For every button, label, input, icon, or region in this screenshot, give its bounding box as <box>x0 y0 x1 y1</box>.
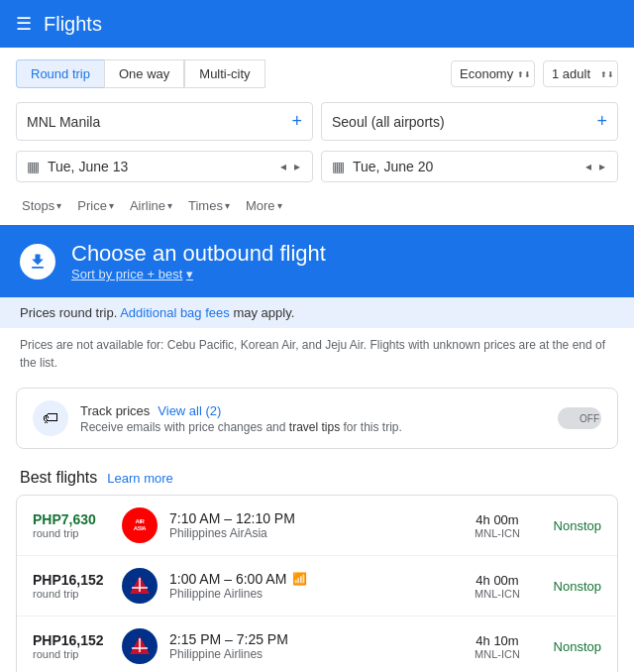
one-way-tab[interactable]: One way <box>104 59 184 88</box>
round-trip-tab[interactable]: Round trip <box>16 59 104 88</box>
airline-name: Philippines AirAsia <box>169 526 463 540</box>
origin-value: MNL Manila <box>27 114 287 130</box>
notice-suffix: may apply. <box>233 305 294 320</box>
sort-label[interactable]: Sort by price + best ▾ <box>71 267 326 281</box>
search-origin-row: MNL Manila + Seoul (all airports) + <box>0 96 634 147</box>
flight-stops: Nonstop <box>532 579 601 594</box>
depart-date-field[interactable]: ▦ Tue, June 13 ◂ ▸ <box>16 151 313 182</box>
destination-value: Seoul (all airports) <box>332 114 592 130</box>
app-header: ☰ Flights <box>0 0 634 48</box>
app-title: Flights <box>44 13 102 36</box>
price-type: round trip <box>33 648 122 660</box>
download-icon <box>20 244 55 280</box>
flight-duration: 4h 10m MNL-ICN <box>463 633 532 660</box>
flight-price: PHP16,152 round trip <box>33 572 122 600</box>
price-type: round trip <box>33 588 122 600</box>
svg-text:🏷: 🏷 <box>43 409 58 426</box>
trip-options: Economy Business First 1 adult 2 adults <box>451 60 618 87</box>
learn-more-link[interactable]: Learn more <box>107 471 172 486</box>
airline-logo: AIRASIA <box>122 507 158 543</box>
choose-flight-banner: Choose an outbound flight Sort by price … <box>0 225 634 297</box>
track-title-row: Track prices View all (2) <box>80 403 546 418</box>
duration-time: 4h 00m <box>463 573 532 588</box>
calendar-return-icon: ▦ <box>332 159 345 174</box>
return-date-nav: ◂ ▸ <box>583 160 607 173</box>
flight-times: 1:00 AM – 6:00 AM 📶 Philippine Airlines <box>169 571 463 601</box>
flight-stops: Nonstop <box>532 518 601 533</box>
destination-field[interactable]: Seoul (all airports) + <box>321 102 618 141</box>
time-range: 1:00 AM – 6:00 AM 📶 <box>169 571 463 587</box>
airline-logo <box>122 568 158 604</box>
toggle-track <box>558 407 601 429</box>
destination-plus[interactable]: + <box>596 111 607 132</box>
main-content: Round trip One way Multi-city Economy Bu… <box>0 48 634 672</box>
return-date-field[interactable]: ▦ Tue, June 20 ◂ ▸ <box>321 151 618 182</box>
depart-date-nav: ◂ ▸ <box>278 160 302 173</box>
flight-row[interactable]: PHP16,152 round trip 1:00 AM – 6:00 AM 📶… <box>17 556 617 616</box>
more-filter[interactable]: More <box>240 194 288 217</box>
airline-name: Philippine Airlines <box>169 587 463 601</box>
wifi-icon: 📶 <box>292 572 307 586</box>
flights-list: PHP7,630 round trip AIRASIA 7:10 AM – 12… <box>16 495 618 672</box>
menu-icon[interactable]: ☰ <box>16 13 32 35</box>
choose-title: Choose an outbound flight <box>71 241 326 267</box>
track-toggle[interactable]: OFF <box>558 407 601 429</box>
origin-field[interactable]: MNL Manila + <box>16 102 313 141</box>
duration-route: MNL-ICN <box>463 588 532 600</box>
flight-stops: Nonstop <box>532 639 601 654</box>
price-filter[interactable]: Price <box>71 194 120 217</box>
depart-next[interactable]: ▸ <box>292 160 302 173</box>
track-info: Track prices View all (2) Receive emails… <box>80 403 546 434</box>
cabin-class-wrap: Economy Business First <box>451 60 535 87</box>
notice-bar: Prices round trip. Additional bag fees m… <box>0 297 634 328</box>
time-range: 7:10 AM – 12:10 PM <box>169 510 463 526</box>
passengers-wrap: 1 adult 2 adults <box>543 60 618 87</box>
notice-text: Prices round trip. <box>20 305 117 320</box>
best-flights-title: Best flights <box>20 469 97 487</box>
flight-times: 7:10 AM – 12:10 PM Philippines AirAsia <box>169 510 463 540</box>
flight-price: PHP7,630 round trip <box>33 511 122 539</box>
airline-filter[interactable]: Airline <box>124 194 178 217</box>
price-amount: PHP16,152 <box>33 632 122 648</box>
flight-price: PHP16,152 round trip <box>33 632 122 660</box>
track-prices-box: 🏷 Track prices View all (2) Receive emai… <box>16 388 618 449</box>
depart-prev[interactable]: ◂ <box>278 160 288 173</box>
bag-fees-link[interactable]: Additional bag fees <box>120 305 230 320</box>
filter-row: Stops Price Airline Times More <box>0 186 634 225</box>
date-row: ▦ Tue, June 13 ◂ ▸ ▦ Tue, June 20 ◂ ▸ <box>0 147 634 186</box>
flight-row[interactable]: PHP16,152 round trip 2:15 PM – 7:25 PM P… <box>17 616 617 672</box>
return-date-value: Tue, June 20 <box>353 159 583 174</box>
calendar-icon: ▦ <box>27 159 40 174</box>
flight-duration: 4h 00m MNL-ICN <box>463 512 532 539</box>
price-type: round trip <box>33 527 122 539</box>
passengers-select[interactable]: 1 adult 2 adults <box>543 60 618 87</box>
track-icon: 🏷 <box>33 400 68 436</box>
duration-route: MNL-ICN <box>463 648 532 660</box>
cabin-class-select[interactable]: Economy Business First <box>451 60 535 87</box>
choose-banner-text: Choose an outbound flight Sort by price … <box>71 241 326 281</box>
time-range: 2:15 PM – 7:25 PM <box>169 631 463 647</box>
track-view-all[interactable]: View all (2) <box>158 403 221 418</box>
trip-type-selector: Round trip One way Multi-city Economy Bu… <box>0 48 634 96</box>
multi-city-tab[interactable]: Multi-city <box>184 59 264 88</box>
airline-logo <box>122 628 158 664</box>
return-prev[interactable]: ◂ <box>583 160 593 173</box>
best-flights-header: Best flights Learn more <box>0 457 634 491</box>
duration-route: MNL-ICN <box>463 527 532 539</box>
times-filter[interactable]: Times <box>182 194 236 217</box>
duration-time: 4h 10m <box>463 633 532 648</box>
price-amount: PHP16,152 <box>33 572 122 588</box>
stops-filter[interactable]: Stops <box>16 194 67 217</box>
flight-row[interactable]: PHP7,630 round trip AIRASIA 7:10 AM – 12… <box>17 496 617 556</box>
flight-times: 2:15 PM – 7:25 PM Philippine Airlines <box>169 631 463 661</box>
warning-text: Prices are not available for: Cebu Pacif… <box>0 328 634 380</box>
airline-name: Philippine Airlines <box>169 647 463 661</box>
origin-plus[interactable]: + <box>291 111 302 132</box>
price-amount: PHP7,630 <box>33 511 122 527</box>
return-next[interactable]: ▸ <box>597 160 607 173</box>
depart-date-value: Tue, June 13 <box>48 159 278 174</box>
track-title-text: Track prices <box>80 403 150 418</box>
duration-time: 4h 00m <box>463 512 532 527</box>
track-bold: travel tips <box>289 420 340 434</box>
track-sub: Receive emails with price changes and tr… <box>80 420 546 434</box>
